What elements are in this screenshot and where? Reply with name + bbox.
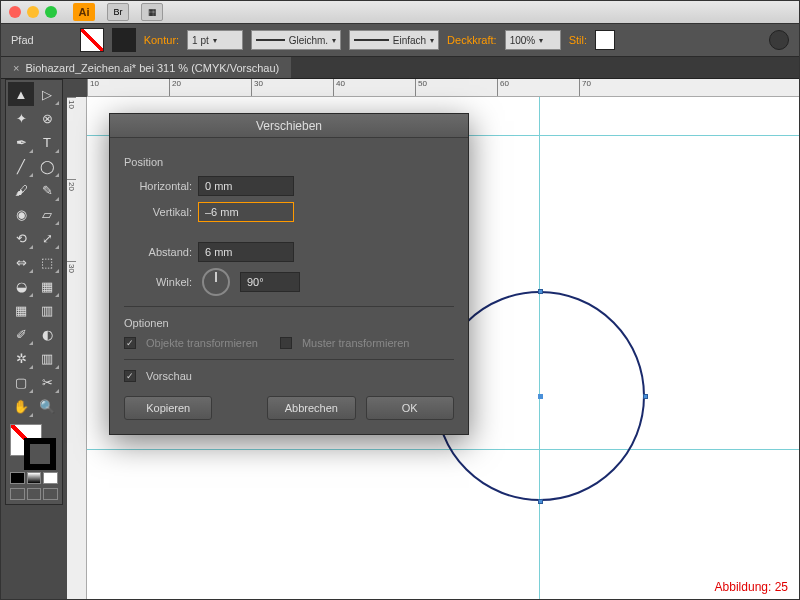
none-mode-button[interactable] [43,472,58,484]
document-tab[interactable]: × Biohazard_Zeichen.ai* bei 311 % (CMYK/… [1,57,291,78]
angle-label: Winkel: [124,276,192,288]
pen-tool[interactable]: ✒ [8,130,34,154]
bridge-button[interactable]: Br [107,3,129,21]
color-mode-button[interactable] [10,472,25,484]
graph-tool[interactable]: ▥ [34,346,60,370]
minimize-icon[interactable] [27,6,39,18]
ok-button[interactable]: OK [366,396,454,420]
slice-tool[interactable]: ✂ [34,370,60,394]
draw-normal-button[interactable] [10,488,25,500]
color-mode-row [8,470,60,486]
distance-label: Abstand: [124,246,192,258]
line-tool[interactable]: ╱ [8,154,34,178]
transform-objects-label: Objekte transformieren [146,337,258,349]
angle-dial-icon[interactable] [202,268,230,296]
ruler-tick: 20 [67,179,76,261]
horizontal-label: Horizontal: [124,180,192,192]
perspective-tool[interactable]: ▦ [34,274,60,298]
ruler-tick: 10 [67,97,76,179]
transform-patterns-label: Muster transformieren [302,337,410,349]
maximize-icon[interactable] [45,6,57,18]
dialog-title: Verschieben [110,114,468,138]
arrange-button[interactable]: ▦ [141,3,163,21]
transform-objects-checkbox[interactable] [124,337,136,349]
recolor-button[interactable] [769,30,789,50]
type-tool[interactable]: T [34,130,60,154]
eraser-tool[interactable]: ▱ [34,202,60,226]
opacity-dropdown[interactable]: 100%▾ [505,30,561,50]
app-logo-icon: Ai [73,3,95,21]
rotate-tool[interactable]: ⟲ [8,226,34,250]
guide-horizontal[interactable] [87,449,799,450]
ruler-tick: 40 [333,79,415,96]
style-label: Stil: [569,34,587,46]
close-icon[interactable] [9,6,21,18]
shape-builder-tool[interactable]: ◒ [8,274,34,298]
copy-button[interactable]: Kopieren [124,396,212,420]
angle-input[interactable]: 90° [240,272,300,292]
selection-tool[interactable]: ▲ [8,82,34,106]
draw-behind-button[interactable] [27,488,42,500]
style-swatch[interactable] [595,30,615,50]
transform-patterns-checkbox[interactable] [280,337,292,349]
position-section-label: Position [124,156,454,168]
lasso-tool[interactable]: ⊗ [34,106,60,130]
free-transform-tool[interactable]: ⬚ [34,250,60,274]
mac-titlebar: Ai Br ▦ [1,1,799,23]
ruler-tick: 60 [497,79,579,96]
anchor-point[interactable] [538,499,543,504]
blend-tool[interactable]: ◐ [34,322,60,346]
stroke-swatch[interactable] [112,28,136,52]
stroke-weight-dropdown[interactable]: 1 pt▾ [187,30,243,50]
ruler-tick: 10 [87,79,169,96]
scale-tool[interactable]: ⤢ [34,226,60,250]
preview-label: Vorschau [146,370,192,382]
artboard-tool[interactable]: ▢ [8,370,34,394]
vertical-input[interactable]: –6 mm [198,202,294,222]
close-tab-icon[interactable]: × [13,62,19,74]
pencil-tool[interactable]: ✎ [34,178,60,202]
cancel-button[interactable]: Abbrechen [267,396,355,420]
ruler-tick: 70 [579,79,661,96]
blob-brush-tool[interactable]: ◉ [8,202,34,226]
magic-wand-tool[interactable]: ✦ [8,106,34,130]
width-tool[interactable]: ⇔ [8,250,34,274]
control-bar: Pfad Kontur: 1 pt▾ Gleichm.▾ Einfach▾ De… [1,23,799,57]
ruler-tick: 30 [251,79,333,96]
options-section-label: Optionen [124,317,454,329]
tools-panel: ▲▷ ✦⊗ ✒T ╱◯ 🖌✎ ◉▱ ⟲⤢ ⇔⬚ ◒▦ ▦▥ ✐◐ ✲▥ ▢✂ ✋… [5,79,63,505]
figure-caption: Abbildung: 25 [715,580,788,594]
anchor-point[interactable] [643,394,648,399]
ellipse-tool[interactable]: ◯ [34,154,60,178]
ruler-tick: 50 [415,79,497,96]
stroke-label: Kontur: [144,34,179,46]
horizontal-input[interactable]: 0 mm [198,176,294,196]
brush-tool[interactable]: 🖌 [8,178,34,202]
vertical-ruler[interactable]: 10 20 30 [67,97,87,599]
ruler-tick: 30 [67,261,76,343]
document-name: Biohazard_Zeichen.ai* bei 311 % (CMYK/Vo… [25,62,279,74]
gradient-mode-button[interactable] [27,472,42,484]
gradient-tool[interactable]: ▥ [34,298,60,322]
zoom-tool[interactable]: 🔍 [34,394,60,418]
mesh-tool[interactable]: ▦ [8,298,34,322]
brush-dropdown[interactable]: Einfach▾ [349,30,439,50]
move-dialog: Verschieben Position Horizontal: 0 mm Ve… [109,113,469,435]
center-point[interactable] [538,394,543,399]
fill-swatch[interactable] [80,28,104,52]
symbol-sprayer-tool[interactable]: ✲ [8,346,34,370]
distance-input[interactable]: 6 mm [198,242,294,262]
ruler-tick: 20 [169,79,251,96]
direct-selection-tool[interactable]: ▷ [34,82,60,106]
stroke-profile-dropdown[interactable]: Gleichm.▾ [251,30,341,50]
stroke-indicator-icon[interactable] [24,438,56,470]
document-tabs: × Biohazard_Zeichen.ai* bei 311 % (CMYK/… [1,57,799,79]
fill-stroke-indicator[interactable] [8,422,62,466]
horizontal-ruler[interactable]: 10 20 30 40 50 60 70 [87,79,799,97]
eyedropper-tool[interactable]: ✐ [8,322,34,346]
vertical-label: Vertikal: [124,206,192,218]
preview-checkbox[interactable] [124,370,136,382]
hand-tool[interactable]: ✋ [8,394,34,418]
anchor-point[interactable] [538,289,543,294]
draw-inside-button[interactable] [43,488,58,500]
